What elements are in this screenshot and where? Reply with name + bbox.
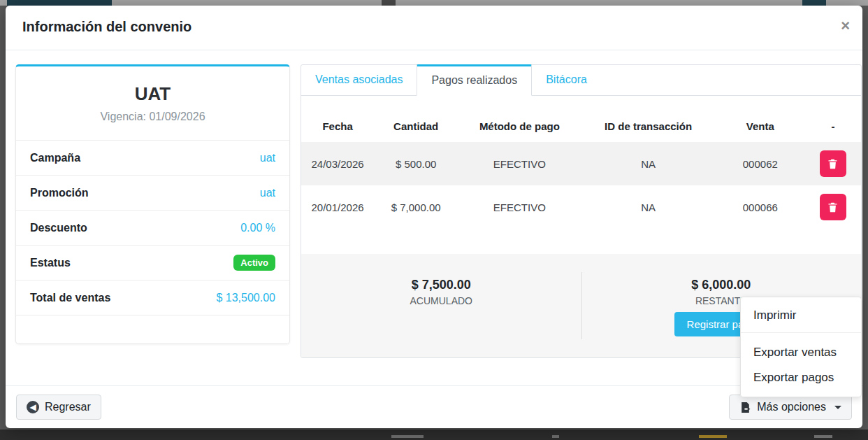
background-logo [7, 0, 112, 6]
col-header-actions: - [805, 110, 861, 142]
cell-cantidad: $ 500.00 [374, 142, 458, 185]
status-badge: Activo [233, 255, 275, 271]
tab-pagos-realizados[interactable]: Pagos realizados [417, 64, 532, 96]
cell-id-transaccion: NA [581, 142, 715, 185]
campana-value: uat [260, 152, 275, 164]
background-mark [391, 435, 424, 438]
total-ventas-label: Total de ventas [30, 292, 110, 304]
row-campana: Campaña uat [16, 141, 289, 176]
summary-divider [581, 272, 582, 339]
col-header-id-transaccion: ID de transacción [581, 110, 715, 142]
back-button[interactable]: ◀ Regresar [16, 395, 101, 420]
campana-label: Campaña [30, 152, 80, 164]
agreement-validity: Vigencia: 01/09/2026 [16, 111, 289, 123]
back-button-label: Regresar [45, 401, 91, 413]
cell-id-transaccion: NA [581, 185, 715, 229]
col-header-venta: Venta [716, 110, 805, 142]
background-mark [699, 435, 727, 438]
chevron-down-icon [834, 406, 841, 409]
summary-accumulated: $ 7,500.00 ACUMULADO [301, 254, 581, 357]
remaining-label: RESTANTE [695, 295, 747, 306]
cell-metodo: EFECTIVO [458, 185, 581, 229]
close-icon[interactable]: × [841, 18, 850, 34]
tab-bar: Ventas asociadas Pagos realizados Bitáco… [301, 65, 861, 96]
col-header-metodo: Método de pago [458, 110, 581, 142]
agreement-detail-rows: Campaña uat Promoción uat Descuento 0.00… [16, 140, 289, 315]
row-descuento: Descuento 0.00 % [16, 211, 289, 246]
background-shape [802, 0, 826, 6]
agreement-info-modal: Información del convenio × UAT Vigencia:… [6, 6, 862, 428]
row-promocion: Promoción uat [16, 176, 289, 211]
table-row: 20/01/2026 $ 7,000.00 EFECTIVO NA 000066 [301, 185, 861, 229]
payments-table: Fecha Cantidad Método de pago ID de tran… [301, 110, 861, 229]
remaining-amount: $ 6,000.00 [691, 278, 751, 292]
background-shape [382, 0, 396, 6]
accumulated-amount: $ 7,500.00 [412, 278, 471, 292]
more-options-label: Más opciones [757, 401, 826, 413]
trash-icon [827, 201, 839, 213]
cell-venta: 000062 [716, 142, 805, 185]
row-estatus: Estatus Activo [16, 246, 289, 281]
cell-fecha: 20/01/2026 [301, 185, 374, 229]
back-arrow-icon: ◀ [27, 401, 39, 413]
modal-footer: ◀ Regresar Más opciones [6, 385, 862, 428]
agreement-name: UAT [16, 83, 289, 105]
promocion-value: uat [260, 187, 275, 199]
cell-venta: 000066 [716, 185, 805, 229]
estatus-label: Estatus [30, 257, 71, 269]
table-header-row: Fecha Cantidad Método de pago ID de tran… [301, 110, 861, 142]
menu-item-exportar-pagos[interactable]: Exportar pagos [741, 365, 861, 397]
descuento-label: Descuento [30, 222, 87, 234]
menu-item-imprimir[interactable]: Imprimir [741, 297, 861, 332]
modal-header: Información del convenio × [6, 6, 862, 50]
total-ventas-value: $ 13,500.00 [216, 292, 275, 304]
accumulated-label: ACUMULADO [410, 295, 472, 306]
menu-item-exportar-ventas[interactable]: Exportar ventas [741, 333, 861, 365]
modal-title: Información del convenio [22, 19, 191, 35]
tab-ventas-asociadas[interactable]: Ventas asociadas [301, 65, 417, 95]
col-header-cantidad: Cantidad [374, 110, 458, 142]
promocion-label: Promoción [30, 187, 89, 199]
background-mark [814, 435, 832, 438]
more-options-button[interactable]: Más opciones [729, 395, 852, 420]
cell-fecha: 24/03/2026 [301, 142, 374, 185]
delete-payment-button[interactable] [820, 194, 846, 220]
more-options-menu: Imprimir Exportar ventas Exportar pagos [740, 297, 862, 397]
col-header-fecha: Fecha [301, 110, 374, 142]
page-backdrop-bottom [0, 430, 868, 440]
cell-metodo: EFECTIVO [458, 142, 581, 185]
background-mark [552, 435, 559, 438]
cell-cantidad: $ 7,000.00 [374, 185, 458, 229]
delete-payment-button[interactable] [820, 150, 846, 177]
page-backdrop-top [0, 0, 868, 6]
row-total-ventas: Total de ventas $ 13,500.00 [16, 281, 289, 315]
file-export-icon [739, 402, 751, 413]
table-row: 24/03/2026 $ 500.00 EFECTIVO NA 000062 [301, 142, 861, 185]
tab-bitacora[interactable]: Bitácora [532, 65, 601, 95]
descuento-value: 0.00 % [240, 222, 275, 234]
agreement-summary-card: UAT Vigencia: 01/09/2026 Campaña uat Pro… [15, 64, 290, 344]
trash-icon [827, 158, 839, 170]
